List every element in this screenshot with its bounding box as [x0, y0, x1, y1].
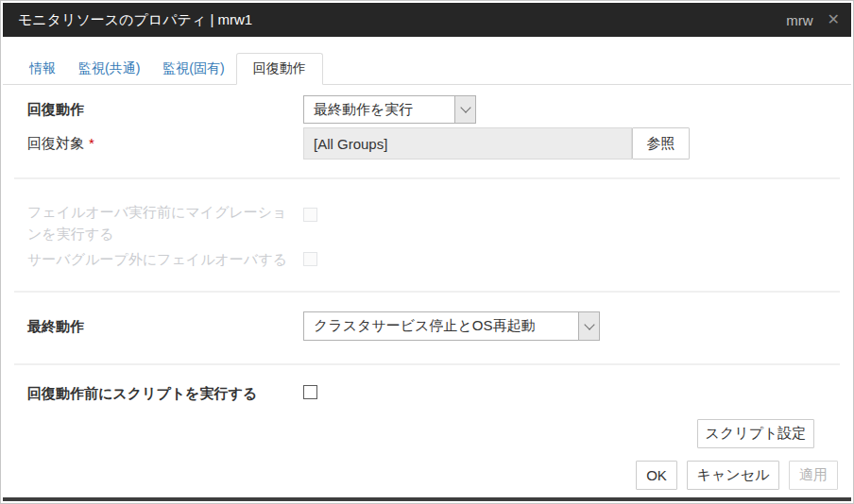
migration-checkbox	[303, 208, 317, 222]
recovery-target-label-text: 回復対象	[27, 135, 84, 151]
monitor-resource-properties-dialog: モニタリソースのプロパティ | mrw1 mrw ✕ 情報 監視(共通) 監視(…	[0, 0, 854, 504]
final-action-select[interactable]: クラスタサービス停止とOS再起動	[303, 311, 600, 341]
apply-button: 適用	[789, 461, 838, 490]
tab-monitor-special[interactable]: 監視(固有)	[151, 53, 235, 84]
recovery-action-label: 回復動作	[27, 102, 84, 117]
final-action-selected-value: クラスタサービス停止とOS再起動	[304, 312, 578, 340]
close-icon[interactable]: ✕	[828, 12, 840, 27]
chevron-down-icon	[578, 312, 599, 340]
divider	[14, 291, 840, 293]
recovery-target-field: [All Groups]	[303, 127, 632, 160]
recovery-action-select[interactable]: 最終動作を実行	[303, 95, 476, 124]
dialog-bottom-edge	[3, 497, 851, 501]
divider	[14, 363, 840, 365]
tab-bar: 情報 監視(共通) 監視(固有) 回復動作	[3, 53, 851, 85]
chevron-down-icon	[454, 96, 475, 123]
ok-button[interactable]: OK	[636, 461, 677, 490]
recovery-action-selected-value: 最終動作を実行	[304, 96, 454, 123]
pre-recovery-script-label: 回復動作前にスクリプトを実行する	[27, 386, 257, 401]
resource-name-label: mrw	[786, 12, 812, 28]
recovery-target-label: 回復対象*	[27, 136, 94, 151]
tab-monitor-common[interactable]: 監視(共通)	[67, 53, 151, 84]
script-settings-button[interactable]: スクリプト設定	[697, 419, 814, 448]
browse-button[interactable]: 参照	[632, 127, 690, 160]
failover-outside-checkbox	[303, 252, 317, 266]
divider	[14, 177, 840, 179]
cancel-button[interactable]: キャンセル	[687, 461, 779, 490]
titlebar: モニタリソースのプロパティ | mrw1 mrw ✕	[3, 3, 851, 37]
pre-recovery-script-checkbox[interactable]	[303, 385, 317, 399]
tab-recovery-action[interactable]: 回復動作	[236, 53, 323, 85]
migration-checkbox-label: フェイルオーバ実行前にマイグレーションを実行する	[27, 201, 290, 244]
dialog-title: モニタリソースのプロパティ | mrw1	[18, 11, 786, 29]
final-action-label: 最終動作	[27, 319, 84, 334]
tab-info[interactable]: 情報	[18, 53, 67, 84]
required-mark: *	[89, 135, 94, 151]
failover-outside-checkbox-label: サーバグループ外にフェイルオーバする	[27, 252, 287, 267]
